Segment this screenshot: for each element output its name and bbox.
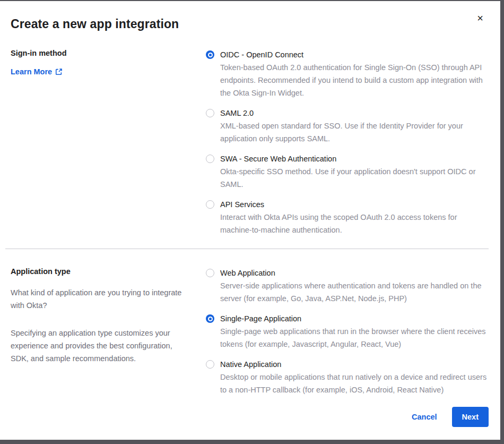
- radio-option-body: SAML 2.0XML-based open standard for SSO.…: [220, 107, 488, 145]
- section-divider: [5, 249, 489, 249]
- radio-option-body: Single-Page ApplicationSingle-page web a…: [220, 313, 488, 351]
- dialog-footer: Cancel Next: [11, 407, 489, 427]
- radio-option-label: Single-Page Application: [220, 313, 488, 325]
- radio-option-description: Okta-specific SSO method. Use if your ap…: [220, 165, 488, 191]
- radio-option-saml-2-0[interactable]: SAML 2.0XML-based open standard for SSO.…: [206, 107, 489, 145]
- radio-option-body: SWA - Secure Web AuthenticationOkta-spec…: [220, 153, 488, 191]
- radio-option-body: API ServicesInteract with Okta APIs usin…: [220, 199, 488, 236]
- page-backdrop: × Create a new app integration Sign-in m…: [0, 0, 504, 444]
- radio-unselected-icon[interactable]: [206, 109, 214, 117]
- radio-option-oidc-openid-connect[interactable]: OIDC - OpenID ConnectToken-based OAuth 2…: [206, 49, 489, 99]
- radio-option-label: Native Application: [220, 358, 488, 370]
- radio-option-label: SWA - Secure Web Authentication: [220, 153, 488, 165]
- learn-more-link[interactable]: Learn More: [11, 67, 63, 76]
- application-type-question: What kind of application are you trying …: [11, 286, 190, 312]
- radio-unselected-icon[interactable]: [206, 155, 214, 163]
- learn-more-label: Learn More: [11, 67, 52, 76]
- dialog-title: Create a new app integration: [11, 17, 489, 31]
- next-button[interactable]: Next: [452, 407, 489, 427]
- signin-method-left-column: Sign-in method Learn More: [11, 49, 206, 236]
- radio-option-description: Token-based OAuth 2.0 authentication for…: [220, 61, 488, 99]
- close-icon[interactable]: ×: [474, 12, 486, 24]
- radio-option-single-page-application[interactable]: Single-Page ApplicationSingle-page web a…: [206, 313, 489, 351]
- application-type-heading: Application type: [11, 267, 190, 276]
- application-type-left-column: Application type What kind of applicatio…: [11, 267, 206, 396]
- radio-unselected-icon[interactable]: [206, 200, 214, 209]
- external-link-icon: [55, 68, 63, 75]
- radio-option-api-services[interactable]: API ServicesInteract with Okta APIs usin…: [206, 199, 489, 236]
- radio-option-label: SAML 2.0: [220, 107, 488, 119]
- radio-option-web-application[interactable]: Web ApplicationServer-side applications …: [206, 267, 489, 305]
- radio-option-swa-secure-web-authentication[interactable]: SWA - Secure Web AuthenticationOkta-spec…: [206, 153, 489, 191]
- radio-unselected-icon[interactable]: [206, 269, 214, 277]
- application-type-explanation: Specifying an application type customize…: [11, 327, 190, 365]
- radio-option-body: Native ApplicationDesktop or mobile appl…: [220, 358, 488, 396]
- application-type-section: Application type What kind of applicatio…: [11, 267, 489, 396]
- signin-method-section: Sign-in method Learn More OIDC - OpenID …: [11, 49, 489, 236]
- radio-unselected-icon[interactable]: [206, 360, 214, 369]
- application-type-options: Web ApplicationServer-side applications …: [206, 267, 489, 396]
- radio-selected-icon[interactable]: [206, 314, 214, 323]
- radio-selected-icon[interactable]: [206, 50, 214, 59]
- radio-option-description: Server-side applications where authentic…: [220, 279, 488, 305]
- create-app-integration-dialog: × Create a new app integration Sign-in m…: [0, 1, 500, 440]
- radio-option-body: OIDC - OpenID ConnectToken-based OAuth 2…: [220, 49, 488, 99]
- radio-option-body: Web ApplicationServer-side applications …: [220, 267, 488, 305]
- radio-option-description: Interact with Okta APIs using the scoped…: [220, 211, 488, 236]
- radio-option-label: API Services: [220, 199, 488, 210]
- signin-method-options: OIDC - OpenID ConnectToken-based OAuth 2…: [206, 49, 489, 236]
- radio-option-description: Single-page web applications that run in…: [220, 325, 488, 351]
- radio-option-description: XML-based open standard for SSO. Use if …: [220, 119, 488, 145]
- radio-option-label: OIDC - OpenID Connect: [220, 49, 488, 61]
- radio-option-native-application[interactable]: Native ApplicationDesktop or mobile appl…: [206, 358, 489, 396]
- cancel-button[interactable]: Cancel: [412, 413, 437, 421]
- radio-option-label: Web Application: [220, 267, 488, 279]
- radio-option-description: Desktop or mobile applications that run …: [220, 371, 488, 396]
- signin-method-heading: Sign-in method: [11, 49, 190, 57]
